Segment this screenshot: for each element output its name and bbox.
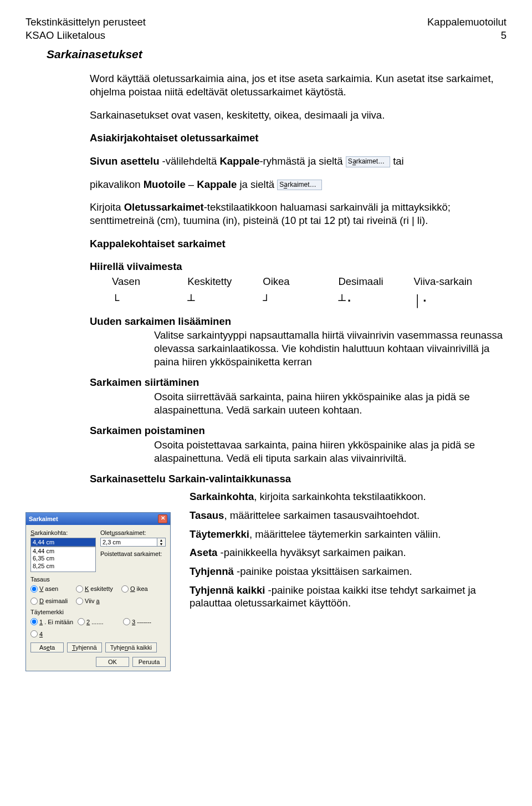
list-item: Tasaus, määrittelee sarkaimen tasausvaih… [190,509,504,522]
tab-type-label: Keskitetty [187,275,257,288]
chevron-down-icon[interactable]: ▼ [157,542,165,546]
header-right-2: 5 [427,29,507,42]
radio-align-center[interactable]: Keskitetty [76,585,117,593]
label-default-tabs: Oletussarkaimet [124,201,204,213]
label-tabs-to-remove: Poistettavat sarkaimet: [100,550,166,558]
tabs-button-inline-2[interactable]: Sa̲rkaimet… [277,180,321,190]
header-left-2: KSAO Liiketalous [25,29,146,42]
tab-type-glyph-row: └ ┴ ┘ ┴· │· [112,294,504,309]
heading-ruler: Hiirellä viivaimesta [90,260,504,273]
heading-paragraph-tabs: Kappalekohtaiset sarkaimet [90,237,504,251]
left-tab-icon: └ [112,294,181,309]
heading-dialog-tabs: Sarkainasettelu Sarkain-valintaikkunassa [90,472,504,486]
heading-delete-tab: Sarkaimen poistaminen [90,424,504,437]
close-icon[interactable]: ✕ [158,514,167,523]
tab-type-label: Desimaali [338,275,407,288]
paragraph-write-defaults: Kirjoita Oletussarkaimet-tekstilaatikkoo… [90,201,504,227]
tab-type-label: Viiva-sarkain [414,275,483,288]
line-page-layout: Sivun asettelu -välilehdeltä Kappale-ryh… [90,155,504,168]
label-paragraph: Kappale [219,155,259,167]
header-left-1: Tekstinkäsittelyn perusteet [25,16,146,29]
tab-type-header-row: Vasen Keskitetty Oikea Desimaali Viiva-s… [112,275,504,288]
label-default-tabs-field: Oletussarkaimet: [100,529,166,537]
tab-position-field[interactable] [30,538,96,547]
dialog-titlebar: Sarkaimet ✕ [26,513,170,525]
ok-button[interactable]: OK [96,657,129,667]
tab-type-label: Vasen [112,275,181,288]
list-item[interactable]: 8,25 cm [33,563,94,570]
radio-leader-dots[interactable]: 2 ....... [78,618,119,626]
list-item[interactable]: 4,44 cm [33,548,94,555]
list-item: Täytemerkki, määrittelee täytemerkin sar… [190,528,504,541]
dialog-title: Sarkaimet [29,515,58,523]
radio-leader-none[interactable]: 1. Ei mitään [30,618,73,626]
radio-leader-dashes[interactable]: 3 ------- [123,618,164,626]
tab-position-list[interactable]: 4,44 cm 6,35 cm 8,25 cm [30,547,96,572]
spinner-arrows[interactable]: ▲▼ [157,538,166,547]
list-item: Sarkainkohta, kirjoita sarkainkohta teks… [190,490,504,503]
text-delete-tab: Osoita poistettavaa sarkainta, paina hii… [154,438,504,465]
label-page-layout: Sivun asettelu [90,155,159,167]
decimal-tab-icon: ┴· [338,294,407,309]
bar-tab-icon: │· [414,294,483,309]
tabs-dialog: Sarkaimet ✕ Sarkainkohta: 4,44 cm 6,35 c… [25,512,171,671]
group-alignment: Tasaus [30,575,166,583]
list-item: Aseta -painikkeella hyväksyt sarkaimen p… [190,546,504,559]
radio-align-left[interactable]: Vasen [30,585,71,593]
heading-move-tab: Sarkaimen siirtäminen [90,376,504,389]
chevron-up-icon[interactable]: ▲ [157,538,165,542]
list-item: Tyhjennä -painike poistaa yksittäisen sa… [190,565,504,578]
cancel-button[interactable]: Peruuta [132,657,166,667]
center-tab-icon: ┴ [187,294,257,309]
set-button[interactable]: Aseta [30,642,64,652]
radio-align-decimal[interactable]: Desimaali [30,597,71,605]
page-header: Tekstinkäsittelyn perusteet KSAO Liiketa… [25,16,507,42]
intro-paragraph-2: Sarkainasetukset ovat vasen, keskitetty,… [90,109,504,122]
clear-button[interactable]: Tyhjennä [67,642,102,652]
heading-default-tabs: Asiakirjakohtaiset oletussarkaimet [90,131,504,145]
clear-all-button[interactable]: Tyhjennä kaikki [105,642,157,652]
right-tab-icon: ┘ [263,294,332,309]
list-item[interactable]: 6,35 cm [33,555,94,562]
radio-align-bar[interactable]: Viiva [76,597,117,605]
radio-align-right[interactable]: Oikea [121,585,162,593]
page-title: Sarkainasetukset [47,47,507,62]
text-add-tab: Valitse sarkaintyyppi napsauttamalla hii… [154,329,504,368]
label-paragraph-2: Kappale [197,178,237,190]
radio-leader-underline[interactable]: 4 [30,630,71,638]
heading-add-tab: Uuden sarkaimen lisääminen [90,315,504,328]
label-tab-position: Sarkainkohta: [30,529,96,537]
default-tabs-field[interactable] [100,538,157,547]
label-format: Muotoile [144,178,186,190]
list-item: Tyhjennä kaikki -painike poistaa kaikki … [190,584,504,610]
tab-type-label: Oikea [263,275,332,288]
label-or: tai [393,155,404,167]
group-leader: Täytemerkki [30,608,166,616]
tabs-button-inline-1[interactable]: Sa̲rkaimet… [346,156,390,167]
header-right-1: Kappalemuotoilut [427,16,507,29]
line-quick-menu: pikavalikon Muotoile – Kappale ja sieltä… [90,178,504,191]
text-move-tab: Osoita siirrettävää sarkainta, paina hii… [154,390,504,416]
intro-paragraph-1: Word käyttää oletussarkaimia aina, jos e… [90,72,504,98]
